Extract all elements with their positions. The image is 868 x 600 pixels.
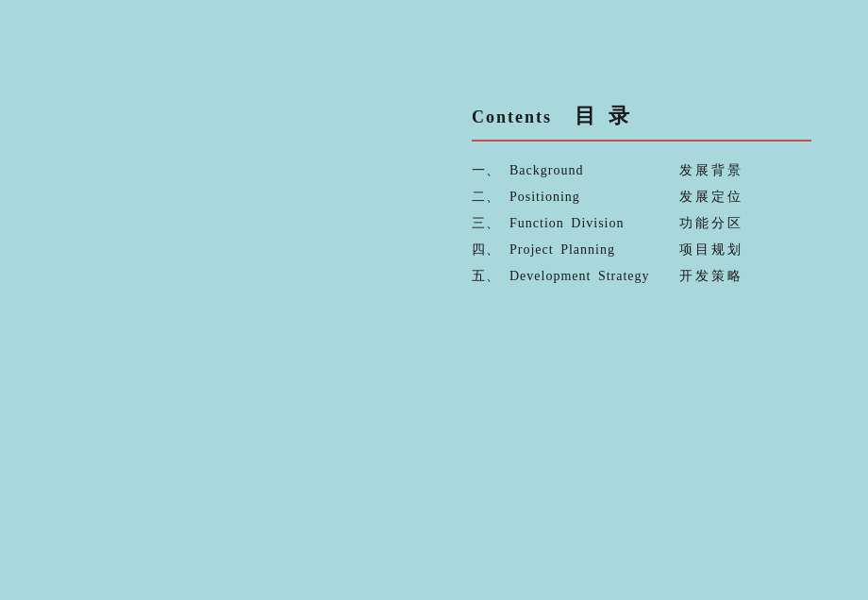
item-number-4: 四、 [472,242,509,258]
item-zh-3: 功能分区 [679,215,743,232]
item-number-3: 三、 [472,215,509,232]
item-en-4: Project Planning [509,242,660,258]
item-zh-1: 发展背景 [679,162,743,179]
list-item: 二、 Positioning 发展定位 [472,189,811,206]
list-item: 四、 Project Planning 项目规划 [472,242,811,258]
item-en-5: Development Strategy [509,269,660,284]
contents-title-en: Contents [472,108,552,127]
item-zh-5: 开发策略 [679,268,743,285]
item-en-2: Positioning [509,190,660,205]
item-number-2: 二、 [472,189,509,206]
item-zh-2: 发展定位 [679,189,743,206]
item-en-3: Function Division [509,216,660,231]
list-item: 三、 Function Division 功能分区 [472,215,811,232]
item-zh-4: 项目规划 [679,242,743,258]
page: Contents 目 录 一、 Background 发展背景 二、 Posit… [0,0,868,600]
contents-list: 一、 Background 发展背景 二、 Positioning 发展定位 三… [472,162,811,285]
item-number-1: 一、 [472,162,509,179]
contents-panel: Contents 目 录 一、 Background 发展背景 二、 Posit… [472,0,868,285]
contents-header: Contents 目 录 [472,102,811,142]
item-number-5: 五、 [472,268,509,285]
item-en-1: Background [509,163,660,178]
list-item: 五、 Development Strategy 开发策略 [472,268,811,285]
list-item: 一、 Background 发展背景 [472,162,811,179]
contents-title-zh: 目 录 [575,102,633,130]
